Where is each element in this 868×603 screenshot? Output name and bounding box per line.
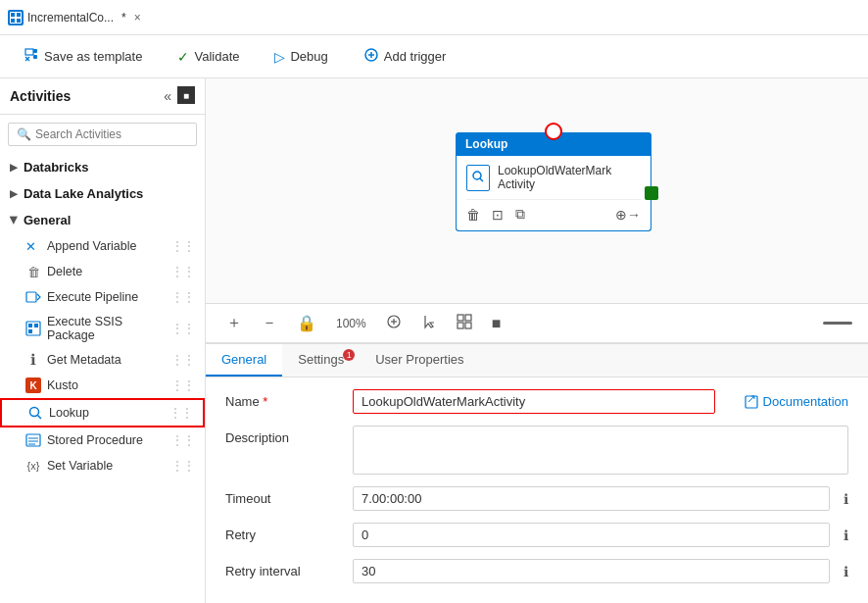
save-template-button[interactable]: Save as template	[16, 43, 150, 70]
stored-procedure-icon	[25, 432, 41, 448]
tab-settings[interactable]: Settings 1	[282, 344, 360, 377]
retry-interval-label: Retry interval	[225, 559, 343, 578]
sidebar-section-general[interactable]: ▶ General	[0, 207, 205, 233]
zoom-100-button[interactable]: 100%	[331, 314, 371, 333]
activity-item-append-variable[interactable]: ✕ Append Variable ⋮⋮	[0, 233, 205, 259]
description-input[interactable]	[353, 426, 848, 475]
activity-item-execute-pipeline[interactable]: Execute Pipeline ⋮⋮	[0, 284, 205, 310]
sidebar-stop-button[interactable]: ■	[177, 86, 195, 104]
grid-tool-button[interactable]: ■	[487, 312, 506, 335]
debug-icon: ▷	[274, 49, 285, 65]
description-label: Description	[225, 426, 343, 445]
validate-label: Validate	[194, 49, 239, 64]
activity-item-execute-pipeline-left: Execute Pipeline	[25, 289, 138, 305]
canvas-toolbar: ＋ － 🔒 100% ■	[206, 304, 868, 343]
sidebar-section-databricks[interactable]: ▶ Databricks	[0, 154, 205, 180]
pipeline-canvas[interactable]: Lookup LookupOldWaterMarkActivity 🗑 ⊡ ⧉ …	[206, 78, 868, 304]
name-label: Name *	[225, 389, 343, 409]
svg-rect-33	[465, 323, 471, 328]
set-variable-icon: {x}	[25, 458, 41, 474]
zoom-fit-icon[interactable]	[381, 311, 407, 336]
timeout-info-icon[interactable]: ℹ	[844, 491, 848, 507]
activity-item-execute-ssis-label: Execute SSIS Package	[47, 315, 171, 342]
svg-point-25	[473, 172, 481, 179]
activity-item-delete-left: 🗑 Delete	[25, 264, 82, 279]
remove-tool-button[interactable]: －	[257, 310, 282, 336]
chevron-down-icon-general: ▶	[9, 217, 20, 225]
drag-handle-icon: ⋮⋮	[171, 239, 195, 253]
activity-item-lookup[interactable]: Lookup ⋮⋮	[0, 398, 205, 427]
activity-item-lookup-left: Lookup	[27, 405, 89, 421]
append-variable-icon: ✕	[25, 238, 41, 254]
svg-rect-30	[458, 315, 463, 321]
drag-handle-icon-ep: ⋮⋮	[171, 290, 195, 304]
retry-input[interactable]	[353, 523, 830, 547]
node-type-label: Lookup	[465, 137, 507, 151]
activity-item-set-variable-label: Set Variable	[47, 459, 113, 473]
node-right-connector	[645, 186, 658, 200]
chevron-right-icon: ▶	[10, 162, 18, 173]
svg-rect-16	[28, 324, 32, 327]
drag-handle-icon-kusto: ⋮⋮	[171, 378, 195, 392]
drag-handle-icon-sp: ⋮⋮	[171, 433, 195, 447]
timeout-input[interactable]	[353, 486, 830, 511]
lookup-node[interactable]: Lookup LookupOldWaterMarkActivity 🗑 ⊡ ⧉ …	[456, 132, 651, 231]
drag-handle-icon-del: ⋮⋮	[171, 265, 195, 278]
node-delete-icon[interactable]: 🗑	[466, 207, 480, 223]
retry-interval-row: Retry interval ℹ	[225, 559, 848, 583]
search-icon: 🔍	[17, 127, 31, 141]
activities-sidebar: Activities « ■ 🔍 ▶ Databricks ▶ Data Lak…	[0, 78, 206, 603]
retry-interval-input[interactable]	[353, 559, 830, 583]
execute-ssis-icon	[25, 321, 41, 336]
activity-item-delete[interactable]: 🗑 Delete ⋮⋮	[0, 259, 205, 284]
add-tool-button[interactable]: ＋	[221, 310, 247, 336]
activity-item-set-variable[interactable]: {x} Set Variable ⋮⋮	[0, 453, 205, 478]
properties-tabs: General Settings 1 User Properties	[206, 344, 868, 377]
search-box[interactable]: 🔍	[8, 123, 197, 146]
layout-tool-button[interactable]	[452, 311, 477, 336]
sidebar-header: Activities « ■	[0, 78, 205, 115]
activity-item-kusto[interactable]: K Kusto ⋮⋮	[0, 373, 205, 398]
node-duplicate-icon[interactable]: ⧉	[515, 206, 525, 223]
sidebar-title: Activities	[10, 88, 71, 104]
main-layout: Activities « ■ 🔍 ▶ Databricks ▶ Data Lak…	[0, 78, 868, 603]
name-input[interactable]	[353, 389, 715, 414]
properties-body: Name * Documentation Description	[206, 377, 868, 603]
node-copy-icon[interactable]: ⊡	[492, 207, 504, 223]
resize-handle[interactable]	[823, 322, 852, 325]
documentation-link[interactable]: Documentation	[745, 394, 848, 409]
add-trigger-button[interactable]: Add trigger	[356, 43, 455, 70]
sidebar-section-general-label: General	[24, 213, 71, 227]
node-actions: 🗑 ⊡ ⧉ ⊕→	[466, 199, 641, 223]
debug-button[interactable]: ▷ Debug	[266, 45, 335, 69]
sidebar-collapse-button[interactable]: «	[162, 86, 173, 106]
activity-item-delete-label: Delete	[47, 265, 82, 278]
svg-rect-4	[17, 19, 21, 23]
main-toolbar: Save as template ✓ Validate ▷ Debug Add …	[0, 35, 868, 78]
retry-interval-info-icon[interactable]: ℹ	[844, 564, 848, 579]
activity-item-get-metadata-left: ℹ Get Metadata	[25, 352, 121, 368]
select-tool-button[interactable]	[416, 311, 442, 336]
validate-button[interactable]: ✓ Validate	[169, 45, 247, 69]
retry-info-icon[interactable]: ℹ	[844, 528, 848, 543]
lock-tool-button[interactable]: 🔒	[292, 311, 321, 335]
search-input[interactable]	[35, 127, 188, 141]
activity-item-stored-procedure[interactable]: Stored Procedure ⋮⋮	[0, 427, 205, 453]
tab-general[interactable]: General	[206, 344, 282, 377]
activity-item-get-metadata[interactable]: ℹ Get Metadata ⋮⋮	[0, 347, 205, 373]
sidebar-section-data-lake[interactable]: ▶ Data Lake Analytics	[0, 180, 205, 207]
activity-item-execute-ssis[interactable]: Execute SSIS Package ⋮⋮	[0, 310, 205, 347]
sidebar-controls: « ■	[162, 86, 195, 106]
tab-close-button[interactable]: ×	[130, 9, 145, 26]
canvas-area: Lookup LookupOldWaterMarkActivity 🗑 ⊡ ⧉ …	[206, 78, 868, 603]
save-template-label: Save as template	[44, 49, 142, 64]
node-next-icon[interactable]: ⊕→	[615, 207, 641, 223]
svg-line-35	[748, 396, 754, 402]
tab-user-properties[interactable]: User Properties	[360, 344, 479, 377]
svg-rect-17	[34, 324, 38, 327]
retry-label: Retry	[225, 523, 343, 542]
svg-line-26	[480, 178, 483, 181]
node-activity-name: LookupOldWaterMarkActivity	[498, 164, 611, 191]
activity-item-execute-ssis-left: Execute SSIS Package	[25, 315, 171, 342]
activity-item-stored-procedure-left: Stored Procedure	[25, 432, 143, 448]
